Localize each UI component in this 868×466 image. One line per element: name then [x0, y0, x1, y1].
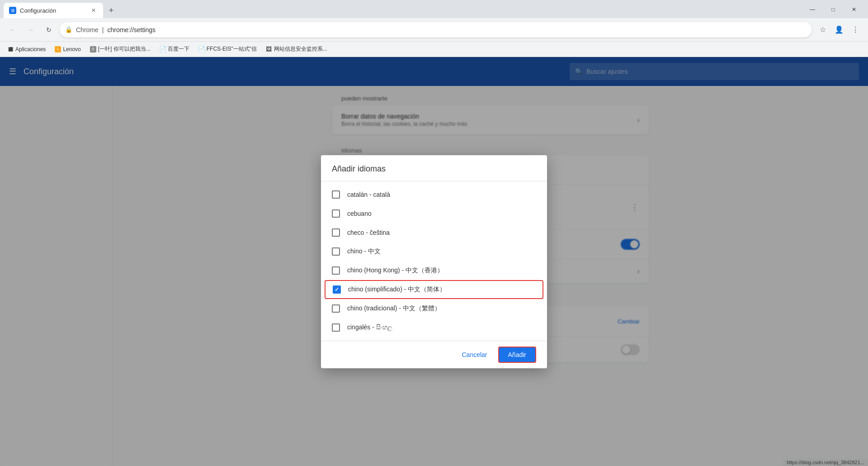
- lang-label-catalan: catalán - català: [347, 191, 390, 198]
- language-list: catalán - català cebuano checo - čeština: [321, 181, 547, 341]
- bookmark-baidu[interactable]: 📄 百度一下: [156, 43, 193, 55]
- bookmark-star-button[interactable]: ☆: [816, 23, 830, 37]
- back-button[interactable]: ←: [5, 23, 20, 37]
- lang-item-cingales[interactable]: cingalés - සිංහල: [321, 318, 547, 337]
- bookmark-ffcs[interactable]: 📄 FFCS-EIS"一站式"信: [195, 43, 260, 55]
- wangzhan-favicon: 🖼: [266, 46, 272, 52]
- dialog-title: Añadir idiomas: [321, 155, 547, 181]
- new-tab-button[interactable]: +: [105, 4, 118, 17]
- lang-item-chino[interactable]: chino - 中文: [321, 242, 547, 261]
- lang-label-chino-hk: chino (Hong Kong) - 中文（香港）: [347, 266, 443, 275]
- bookmark-yiye-label: [一叶] 你可以把我当...: [98, 45, 151, 53]
- bookmark-wangzhan-label: 网站信息安全监控系...: [274, 45, 327, 53]
- checkbox-chino[interactable]: [332, 247, 340, 256]
- lang-label-chino: chino - 中文: [347, 247, 381, 256]
- title-bar: ⚙ Configuración ✕ + — □ ✕: [0, 0, 868, 18]
- minimize-button[interactable]: —: [802, 3, 823, 16]
- lang-label-chino-simp: chino (simplificado) - 中文（简体）: [348, 285, 446, 294]
- lang-item-chino-trad[interactable]: chino (tradicional) - 中文（繁體）: [321, 299, 547, 318]
- lang-item-checo[interactable]: checo - čeština: [321, 223, 547, 242]
- checkbox-chino-simp[interactable]: [333, 285, 341, 294]
- checkbox-chino-hk[interactable]: [332, 266, 340, 275]
- apps-favicon: ⬛: [7, 46, 14, 52]
- lang-item-cebuano[interactable]: cebuano: [321, 204, 547, 223]
- lang-label-cebuano: cebuano: [347, 210, 372, 217]
- secure-icon: 🔒: [65, 26, 72, 33]
- bookmark-ffcs-label: FFCS-EIS"一站式"信: [207, 45, 257, 53]
- bookmarks-bar: ⬛ Aplicaciones L Lenovo 文 [一叶] 你可以把我当...…: [0, 42, 868, 57]
- menu-button[interactable]: ⋮: [848, 23, 863, 37]
- cancel-button[interactable]: Cancelar: [455, 347, 495, 363]
- bookmark-lenovo-label: Lenovo: [63, 46, 80, 52]
- add-button[interactable]: Añadir: [498, 347, 536, 363]
- browser-frame: ⚙ Configuración ✕ + — □ ✕ ← → ↻ 🔒 Chrome…: [0, 0, 868, 466]
- bookmark-yiye[interactable]: 文 [一叶] 你可以把我当...: [86, 43, 154, 55]
- bookmark-lenovo[interactable]: L Lenovo: [51, 44, 84, 54]
- checkbox-chino-trad[interactable]: [332, 304, 340, 313]
- url-bar[interactable]: 🔒 Chrome | chrome://settings: [60, 22, 812, 38]
- bookmark-wangzhan[interactable]: 🖼 网站信息安全监控系...: [262, 43, 331, 55]
- lang-label-cingales: cingalés - සිංහල: [347, 323, 392, 331]
- tab-favicon: ⚙: [9, 7, 16, 14]
- url-path: chrome://settings: [107, 26, 156, 33]
- baidu-favicon: 📄: [160, 46, 166, 52]
- lang-label-checo: checo - čeština: [347, 229, 390, 236]
- lang-item-catalan[interactable]: catalán - català: [321, 185, 547, 204]
- settings-page: ☰ Configuración 🔍 pueden mostrarte: [0, 57, 868, 466]
- checkbox-cebuano[interactable]: [332, 209, 340, 218]
- active-tab[interactable]: ⚙ Configuración ✕: [4, 3, 103, 18]
- url-separator: |: [102, 26, 104, 33]
- window-controls: — □ ✕: [802, 3, 864, 16]
- lang-item-chino-simp[interactable]: chino (simplificado) - 中文（简体）: [325, 280, 543, 299]
- tab-close-button[interactable]: ✕: [90, 6, 98, 14]
- add-languages-dialog: Añadir idiomas catalán - català cebuano: [321, 155, 547, 368]
- close-button[interactable]: ✕: [844, 3, 864, 16]
- lenovo-favicon: L: [55, 46, 61, 52]
- lang-label-chino-trad: chino (tradicional) - 中文（繁體）: [347, 304, 441, 313]
- address-bar: ← → ↻ 🔒 Chrome | chrome://settings ☆ 👤 ⋮: [0, 18, 868, 42]
- forward-button[interactable]: →: [24, 23, 38, 37]
- lang-item-chino-hk[interactable]: chino (Hong Kong) - 中文（香港）: [321, 261, 547, 280]
- url-protocol: Chrome: [76, 26, 99, 33]
- yiye-favicon: 文: [90, 46, 96, 52]
- checkbox-catalan[interactable]: [332, 190, 340, 199]
- profile-button[interactable]: 👤: [832, 23, 846, 37]
- maximize-button[interactable]: □: [823, 3, 844, 16]
- checkbox-cingales[interactable]: [332, 323, 340, 332]
- bookmark-apps[interactable]: ⬛ Aplicaciones: [4, 44, 49, 54]
- bookmark-apps-label: Aplicaciones: [15, 46, 46, 52]
- dialog-actions: Cancelar Añadir: [321, 341, 547, 368]
- bookmark-baidu-label: 百度一下: [168, 45, 189, 53]
- address-bar-right: ☆ 👤 ⋮: [816, 23, 863, 37]
- modal-overlay[interactable]: Añadir idiomas catalán - català cebuano: [0, 57, 868, 466]
- tab-title: Configuración: [20, 7, 56, 14]
- reload-button[interactable]: ↻: [42, 23, 56, 37]
- checkbox-checo[interactable]: [332, 228, 340, 237]
- ffcs-favicon: 📄: [198, 46, 205, 52]
